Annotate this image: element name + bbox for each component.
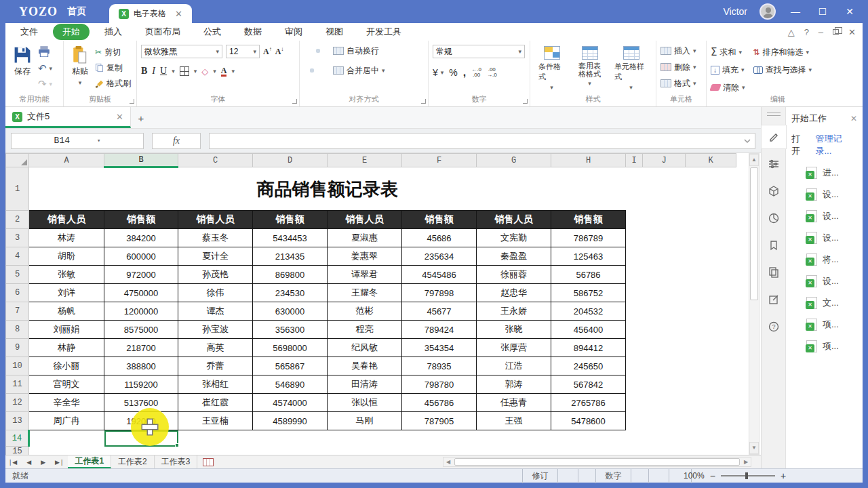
formula-input[interactable]: [209, 133, 755, 149]
sales-amount-cell[interactable]: 797898: [402, 284, 477, 302]
copy-button[interactable]: 复制: [95, 62, 131, 74]
salesperson-cell[interactable]: 姜惠翠: [328, 247, 402, 266]
increase-decimal-button[interactable]: ←.0 .00: [471, 67, 481, 78]
select-all-corner[interactable]: [6, 154, 29, 167]
sales-amount-cell[interactable]: 972000: [104, 266, 178, 284]
salesperson-cell[interactable]: 马刚: [328, 412, 402, 430]
recent-file-item-3[interactable]: 设...: [806, 210, 857, 222]
insert-sheet-button[interactable]: [203, 458, 214, 466]
scroll-right-icon[interactable]: ▶: [741, 459, 751, 465]
sales-amount-cell[interactable]: 245650: [551, 357, 626, 375]
salesperson-cell[interactable]: 林涛: [29, 229, 104, 247]
sales-amount-cell[interactable]: 235634: [402, 247, 477, 266]
empty-cell[interactable]: [328, 430, 402, 447]
font-name-select[interactable]: 微软雅黑▾: [141, 45, 222, 58]
collapse-ribbon-icon[interactable]: △: [788, 27, 795, 37]
sales-amount-cell[interactable]: 192000: [104, 412, 178, 430]
empty-cell[interactable]: [626, 302, 643, 321]
column-header-E[interactable]: E: [328, 154, 402, 167]
clipboard-dialog-launcher-icon[interactable]: [130, 99, 134, 104]
horizontal-scroll-thumb[interactable]: [454, 458, 740, 466]
font-dialog-launcher-icon[interactable]: [292, 99, 297, 104]
empty-cell[interactable]: [686, 167, 736, 211]
menu-item-2[interactable]: 开始: [53, 24, 90, 40]
salesperson-cell[interactable]: 王亚楠: [178, 412, 253, 430]
salesperson-cell[interactable]: 周广冉: [29, 412, 104, 430]
align-bottom-button[interactable]: [316, 49, 320, 53]
empty-cell[interactable]: [686, 357, 736, 375]
column-header-F[interactable]: F: [402, 154, 477, 167]
sales-amount-cell[interactable]: 213435: [253, 247, 328, 266]
bold-button[interactable]: B: [141, 66, 147, 77]
empty-cell[interactable]: [686, 447, 736, 455]
doc-restore-icon[interactable]: [833, 29, 839, 35]
sales-amount-cell[interactable]: 567842: [551, 375, 626, 394]
empty-cell[interactable]: [643, 229, 686, 247]
currency-button[interactable]: ¥▾: [433, 66, 443, 79]
empty-cell[interactable]: [686, 412, 736, 430]
sales-amount-cell[interactable]: 5434453: [253, 229, 328, 247]
salesperson-cell[interactable]: 秦盈盈: [477, 247, 551, 266]
cell-styles-button[interactable]: 单元格样式▾: [610, 45, 652, 92]
empty-cell[interactable]: [643, 302, 686, 321]
settings-sliders-icon[interactable]: [764, 152, 784, 176]
sales-amount-cell[interactable]: 204532: [551, 302, 626, 321]
salesperson-cell[interactable]: 杨帆: [29, 302, 104, 321]
table-header-cell-8[interactable]: 销售额: [551, 211, 626, 229]
sales-amount-cell[interactable]: 8575000: [104, 321, 178, 339]
row-header-6[interactable]: 6: [6, 284, 29, 302]
table-header-cell-7[interactable]: 销售人员: [477, 211, 551, 229]
decrease-indent-button[interactable]: [322, 49, 326, 53]
empty-cell[interactable]: [178, 430, 253, 447]
document-tab-active[interactable]: X 文件5 ✕: [5, 107, 131, 128]
fill-button[interactable]: ↓填充▾: [711, 64, 745, 76]
menu-item-9[interactable]: 开发工具: [358, 24, 410, 39]
salesperson-cell[interactable]: 文宪勤: [477, 229, 551, 247]
empty-cell[interactable]: [643, 211, 686, 229]
column-header-J[interactable]: J: [643, 154, 686, 167]
bookmark-icon[interactable]: [764, 234, 784, 257]
salesperson-cell[interactable]: 徐丽蓉: [477, 266, 551, 284]
row-header-3[interactable]: 3: [6, 229, 29, 247]
empty-cell[interactable]: [643, 247, 686, 266]
sales-amount-cell[interactable]: 456786: [402, 394, 477, 412]
row-header-8[interactable]: 8: [6, 321, 29, 339]
empty-cell[interactable]: [643, 430, 686, 447]
salesperson-cell[interactable]: 宫明文: [29, 375, 104, 394]
table-header-cell-3[interactable]: 销售人员: [178, 211, 253, 229]
sales-amount-cell[interactable]: 789424: [402, 321, 477, 339]
empty-cell[interactable]: [686, 430, 736, 447]
home-tab[interactable]: 首页: [67, 5, 86, 18]
doc-minimize-icon[interactable]: –: [818, 27, 823, 37]
name-box[interactable]: B14 ▾: [11, 133, 144, 149]
recent-file-item-8[interactable]: 项...: [806, 319, 857, 331]
sheet-nav-next-icon[interactable]: ▶: [37, 459, 51, 466]
undo-button[interactable]: ↶▾: [38, 62, 52, 75]
sheet-tab-1[interactable]: 工作表1: [68, 455, 111, 468]
empty-cell[interactable]: [686, 302, 736, 321]
user-avatar[interactable]: [760, 3, 776, 20]
table-header-cell-1[interactable]: 销售人员: [29, 211, 104, 229]
window-maximize-button[interactable]: ☐: [815, 6, 830, 17]
salesperson-cell[interactable]: 江浩: [477, 357, 551, 375]
redo-button[interactable]: ↷▾: [38, 78, 52, 90]
sheet-nav-prev-icon[interactable]: ◀: [22, 459, 37, 466]
salesperson-cell[interactable]: 赵忠华: [477, 284, 551, 302]
salesperson-cell[interactable]: 田清涛: [328, 375, 402, 394]
empty-cell[interactable]: [686, 394, 736, 412]
clear-button[interactable]: 清除▾: [711, 81, 745, 94]
sales-amount-cell[interactable]: 600000: [104, 247, 178, 266]
sales-amount-cell[interactable]: 5478600: [551, 412, 626, 430]
salesperson-cell[interactable]: 辛全华: [29, 394, 104, 412]
recent-file-item-2[interactable]: 设...: [806, 188, 857, 201]
window-minimize-button[interactable]: —: [788, 6, 803, 17]
empty-cell[interactable]: [551, 447, 626, 455]
formula-bar-expand-icon[interactable]: [744, 138, 751, 144]
format-as-table-button[interactable]: 套用表格格式▾: [572, 45, 608, 88]
row-header-7[interactable]: 7: [6, 302, 29, 321]
empty-cell[interactable]: [643, 339, 686, 357]
sales-amount-cell[interactable]: 5698000: [253, 339, 328, 357]
column-header-A[interactable]: A: [29, 154, 104, 167]
zoom-slider[interactable]: [721, 475, 775, 476]
manage-records-link[interactable]: 管理记录...: [815, 133, 857, 157]
